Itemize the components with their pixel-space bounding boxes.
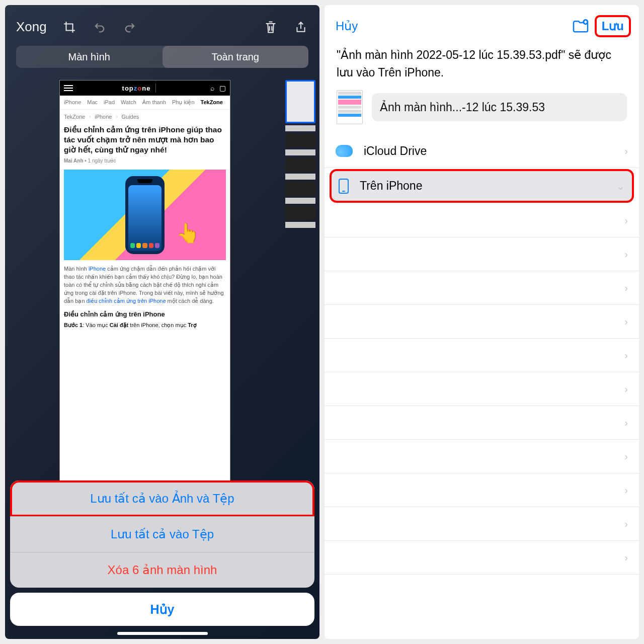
list-item[interactable]: › [325,339,639,372]
site-header: topzone ⌕ ▢ [60,80,230,96]
captured-page: topzone ⌕ ▢ iPhoneMac iPadWatch Âm thanh… [59,80,230,480]
done-button[interactable]: Xong [16,19,47,35]
thumb-1[interactable] [285,80,315,123]
article-subheading: Điều chỉnh cảm ứng trên iPhone [60,308,230,320]
home-indicator [117,632,208,635]
file-thumbnail [337,90,363,124]
article-hero: 👆 [64,170,226,260]
redo-icon[interactable] [122,20,137,35]
location-on-iphone[interactable]: Trên iPhone ⌄ [330,169,634,203]
location-icloud[interactable]: iCloud Drive › [325,134,639,168]
page-viewer[interactable]: topzone ⌕ ▢ iPhoneMac iPadWatch Âm thanh… [5,75,319,480]
filename-field[interactable]: Ảnh màn hình...-12 lúc 15.39.53 [372,93,627,121]
save-description: "Ảnh màn hình 2022-05-12 lúc 15.39.53.pd… [325,41,639,88]
list-item[interactable]: › [325,473,639,507]
iphone-icon [339,179,349,194]
file-rename-row: Ảnh màn hình...-12 lúc 15.39.53 [325,88,639,134]
delete-screenshots-button[interactable]: Xóa 6 ảnh màn hình [10,552,314,588]
article-paragraph: Màn hình iPhone cảm ứng chậm dẫn đến phả… [60,262,230,308]
save-to-files-panel: Hủy Lưu "Ảnh màn hình 2022-05-12 lúc 15.… [325,5,639,639]
tab-full-page[interactable]: Toàn trang [163,46,309,68]
tab-screen[interactable]: Màn hình [16,46,163,68]
article-meta: Mai Anh • 1 ngày trước [60,157,230,168]
cancel-button[interactable]: Hủy [336,19,567,33]
crop-icon[interactable] [62,20,77,35]
article-step: Bước 1: Vào mục Cài đặt trên iPhone, chọ… [60,320,230,331]
chevron-down-icon: ⌄ [616,180,625,192]
save-header: Hủy Lưu [325,5,639,41]
cancel-button[interactable]: Hủy [10,593,314,626]
list-item[interactable]: › [325,305,639,339]
trash-icon[interactable] [263,20,278,35]
share-icon[interactable] [293,20,308,35]
editor-toolbar: Xong [5,5,319,44]
chevron-right-icon: › [624,145,628,157]
list-item[interactable]: › [325,204,639,237]
save-button[interactable]: Lưu [595,15,631,37]
view-mode-segment[interactable]: Màn hình Toàn trang [16,46,308,68]
list-item[interactable]: › [325,541,639,575]
undo-icon[interactable] [92,20,107,35]
action-sheet: Lưu tất cả vào Ảnh và Tệp Lưu tất cả vào… [10,480,314,588]
search-icon[interactable]: ⌕ [210,84,214,92]
list-item[interactable]: › [325,406,639,440]
category-nav[interactable]: iPhoneMac iPadWatch Âm thanhPhụ kiện Tek… [60,96,230,110]
page-thumbnails[interactable] [285,80,315,228]
article-title: Điều chỉnh cảm ứng trên iPhone giúp thao… [60,120,230,157]
hand-tap-icon: 👆 [176,222,200,244]
list-item[interactable]: › [325,237,639,271]
list-item[interactable]: › [325,440,639,473]
save-to-files-button[interactable]: Lưu tất cả vào Tệp [10,516,314,552]
screenshot-editor-panel: Xong Màn hình Toàn trang topzone [5,5,319,639]
site-logo: topzone [77,84,206,93]
bag-icon[interactable]: ▢ [219,84,226,92]
breadcrumb: TekZone› iPhone› Guides [60,110,230,120]
hamburger-icon[interactable] [64,85,73,91]
list-item[interactable]: › [325,507,639,541]
save-to-photos-and-files-button[interactable]: Lưu tất cả vào Ảnh và Tệp [10,480,314,516]
location-list: iCloud Drive › Trên iPhone ⌄ › › › › › ›… [325,134,639,575]
icloud-icon [336,145,353,157]
list-item[interactable]: › [325,271,639,305]
list-item[interactable]: › [325,372,639,406]
new-folder-icon[interactable] [572,18,590,34]
